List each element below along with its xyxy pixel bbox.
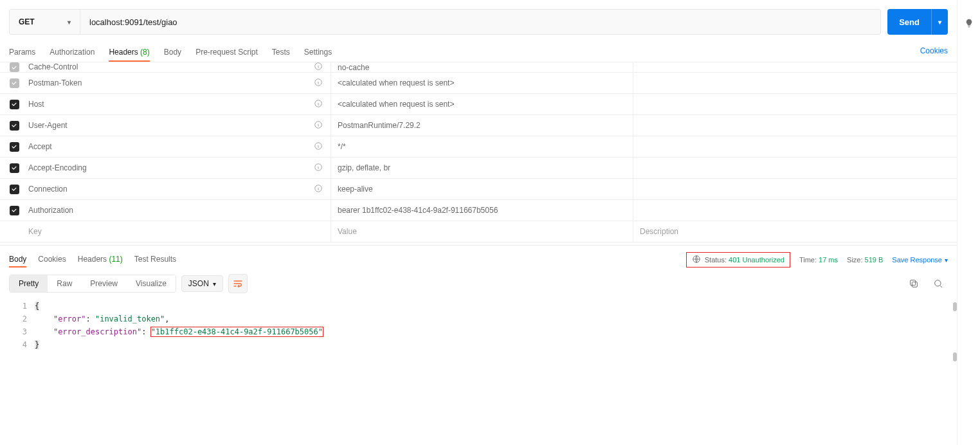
header-key[interactable]: Cache-Control [28,62,310,71]
request-url-input[interactable] [80,17,880,27]
header-row[interactable]: Accept*/* [0,136,957,158]
header-row[interactable]: User-AgentPostmanRuntime/7.29.2 [0,115,957,136]
header-value[interactable]: */* [331,136,633,157]
tab-params[interactable]: Params [9,44,35,62]
header-row[interactable]: Postman-Token<calculated when request is… [0,73,957,94]
tab-prerequest[interactable]: Pre-request Script [195,44,258,62]
chevron-down-icon: ▾ [68,19,71,26]
header-key[interactable]: Postman-Token [28,78,310,87]
header-key[interactable]: Accept-Encoding [28,163,310,172]
globe-icon [692,255,701,265]
tab-body[interactable]: Body [164,44,181,62]
editor-scroll-thumb-bot[interactable] [953,352,957,361]
http-method-select[interactable]: GET ▾ [10,10,80,34]
info-icon[interactable] [314,62,324,72]
svg-rect-8 [912,282,917,287]
resp-tab-testresults[interactable]: Test Results [134,252,176,268]
wrap-toggle[interactable] [228,274,248,293]
view-preview[interactable]: Preview [81,275,127,292]
editor-scroll-thumb-top[interactable] [953,302,957,311]
header-key[interactable]: Host [28,100,310,109]
header-checkbox[interactable] [10,142,19,152]
header-checkbox[interactable] [10,163,19,173]
search-icon[interactable] [929,274,948,293]
tab-headers[interactable]: Headers (8) [109,44,149,62]
header-description[interactable] [633,62,957,72]
header-row[interactable]: Connectionkeep-alive [0,179,957,200]
header-row[interactable]: Accept-Encodinggzip, deflate, br [0,158,957,179]
value-placeholder[interactable]: Value [331,221,633,242]
response-body-editor[interactable]: 1 2 3 4 { "error": "invalid_token", "err… [0,300,957,445]
header-checkbox[interactable] [10,62,19,72]
lightbulb-icon[interactable] [964,18,974,445]
svg-rect-9 [911,280,916,286]
header-value[interactable]: <calculated when request is sent> [331,94,633,114]
header-value[interactable]: no-cache [331,62,633,72]
info-icon[interactable] [314,184,324,194]
save-response-label: Save Response [892,256,942,264]
status-highlight-box: Status: 401 Unauthorized [686,252,790,268]
copy-icon[interactable] [904,274,923,293]
chevron-down-icon: ▾ [945,257,948,264]
info-icon[interactable] [314,78,324,88]
view-raw[interactable]: Raw [48,275,81,292]
save-response-button[interactable]: Save Response ▾ [892,256,948,264]
response-tabs: Body Cookies Headers (11) Test Results S… [0,246,957,268]
header-key[interactable]: Connection [28,185,310,194]
time-value: 17 ms [819,256,838,264]
header-checkbox[interactable] [10,185,19,194]
size-label: Size: [847,256,862,264]
header-value[interactable]: PostmanRuntime/7.29.2 [331,115,633,136]
request-tabs: Params Authorization Headers (8) Body Pr… [0,35,957,62]
resp-tab-headers-count: (11) [109,255,122,264]
tab-settings[interactable]: Settings [304,44,332,62]
header-description[interactable] [633,94,957,114]
header-value[interactable]: bearer 1b1ffc02-e438-41c4-9a2f-911667b50… [331,200,633,221]
status-label: Status: [705,256,727,264]
format-select-label: JSON [188,279,209,288]
header-value[interactable]: keep-alive [331,179,633,199]
view-visualize[interactable]: Visualize [127,275,176,292]
header-checkbox[interactable] [10,206,19,215]
header-description[interactable] [633,158,957,178]
tab-tests[interactable]: Tests [272,44,290,62]
description-placeholder[interactable]: Description [633,221,957,242]
header-description[interactable] [633,200,957,221]
code-content: { "error": "invalid_token", "error_descr… [35,300,948,445]
header-value[interactable]: <calculated when request is sent> [331,73,633,93]
svg-point-10 [935,280,941,286]
header-row[interactable]: Authorizationbearer 1b1ffc02-e438-41c4-9… [0,200,957,221]
tab-authorization[interactable]: Authorization [50,44,95,62]
header-value[interactable]: gzip, deflate, br [331,158,633,178]
header-row[interactable]: Cache-Controlno-cache [0,62,957,73]
headers-new-row[interactable]: Key Value Description [0,221,957,242]
resp-tab-headers-label: Headers [78,255,107,264]
header-row[interactable]: Host<calculated when request is sent> [0,94,957,115]
info-icon[interactable] [314,99,324,109]
key-placeholder[interactable]: Key [28,227,324,236]
info-icon[interactable] [314,141,324,152]
header-key[interactable]: Authorization [28,206,324,215]
header-key[interactable]: User-Agent [28,121,310,130]
header-description[interactable] [633,115,957,136]
view-pretty[interactable]: Pretty [10,275,48,292]
resp-tab-cookies[interactable]: Cookies [38,252,66,268]
send-button[interactable]: Send ▾ [887,9,948,35]
resp-tab-headers[interactable]: Headers (11) [78,252,123,268]
header-checkbox[interactable] [10,121,19,131]
cookies-link[interactable]: Cookies [920,46,948,59]
tab-headers-count: (8) [140,48,150,57]
header-description[interactable] [633,73,957,93]
header-description[interactable] [633,179,957,199]
resp-tab-body[interactable]: Body [9,252,26,268]
size-value: 519 B [865,256,884,264]
send-button-dropdown[interactable]: ▾ [931,9,948,35]
line-gutter: 1 2 3 4 [9,300,35,445]
header-checkbox[interactable] [10,100,19,109]
info-icon[interactable] [314,120,324,131]
format-select[interactable]: JSON ▾ [181,275,223,292]
header-key[interactable]: Accept [28,142,310,151]
header-description[interactable] [633,136,957,157]
header-checkbox[interactable] [10,78,19,88]
info-icon[interactable] [314,163,324,173]
